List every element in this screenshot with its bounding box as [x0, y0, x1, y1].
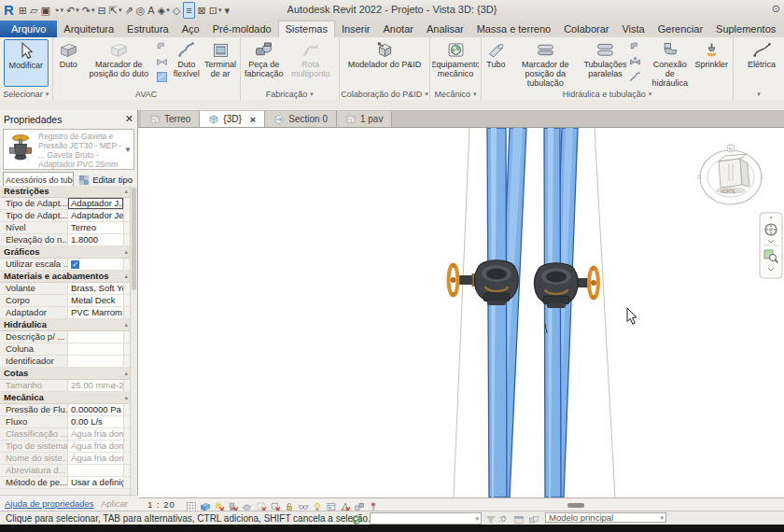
duct-button[interactable]: Duto	[55, 39, 82, 87]
navigation-bar[interactable]	[760, 213, 782, 278]
undo-icon[interactable]: ↶	[66, 3, 75, 18]
chevron-down-icon[interactable]: ▼	[124, 130, 133, 169]
property-value[interactable]: Brass, Soft Ye...	[67, 283, 123, 294]
ribbon-tab-anotar[interactable]: Anotar	[377, 21, 420, 37]
horizontal-scrollbar-thumb[interactable]	[567, 503, 584, 508]
pipe-group-right[interactable]	[544, 128, 578, 497]
switch-windows-icon-caret[interactable]: ▾	[218, 7, 222, 14]
temp-view-properties-icon[interactable]	[326, 499, 337, 511]
duct-fitting-icon[interactable]	[155, 40, 169, 54]
plumbing-fixture-button[interactable]: Conexão de hidráulica	[648, 39, 692, 87]
revit-logo[interactable]: R	[4, 3, 14, 18]
property-value[interactable]: Usar a definiçã...	[67, 477, 123, 488]
hide-analytical-icon[interactable]	[340, 499, 351, 511]
steering-wheel-icon[interactable]	[765, 224, 777, 235]
ribbon-tab-vista[interactable]: Vista	[615, 21, 651, 37]
view-scale-button[interactable]: 1 : 20	[147, 499, 175, 510]
properties-scrollbar[interactable]	[130, 186, 137, 495]
panel-label-pid[interactable]: Colaboração do P&ID▾	[340, 88, 429, 100]
sprinkler-button[interactable]: Sprinkler	[692, 39, 731, 87]
gate-valve-left[interactable]	[449, 260, 519, 305]
modify-button[interactable]: Modificar	[4, 39, 49, 87]
gate-valve-right[interactable]	[534, 263, 598, 308]
sun-path-icon[interactable]	[214, 499, 225, 511]
view-cube[interactable]: N O L NORTE	[697, 145, 763, 204]
design-options-combo[interactable]: Modelo principal ▾	[545, 512, 666, 523]
property-section-restri-es[interactable]: Restrições▴	[0, 186, 132, 198]
panel-label-mecanico[interactable]: Mecânico▾	[430, 88, 481, 100]
thin-lines-icon[interactable]: ≡	[183, 2, 194, 19]
section-icon[interactable]: ◇	[173, 3, 180, 18]
ribbon-tab-a-o[interactable]: Aço	[175, 21, 206, 37]
property-value[interactable]: Adaptador Jet ...	[67, 210, 123, 221]
measure-icon[interactable]: ⇱	[109, 3, 118, 18]
reveal-constraints-icon[interactable]	[368, 499, 379, 511]
reference-line-right[interactable]	[595, 128, 615, 497]
crop-view-icon[interactable]	[256, 499, 267, 511]
redo-icon[interactable]: ↷	[82, 3, 91, 18]
property-value[interactable]: Água fria domé...	[67, 428, 123, 440]
fabrication-part-button[interactable]: Peça de fabricação	[243, 39, 286, 87]
property-value[interactable]: Metal Deck	[67, 295, 123, 306]
ribbon-tab-estrutura[interactable]: Estrutura	[120, 21, 175, 37]
view-tab-1-pav[interactable]: 1 pav	[337, 111, 392, 127]
ribbon-tab-colaborar[interactable]: Colaborar	[557, 21, 615, 37]
pipe-accessory-icon[interactable]	[628, 55, 642, 69]
properties-help-link[interactable]: Ajuda de propriedades	[5, 498, 94, 509]
parallel-pipes-button[interactable]: Tubulações paralelas	[582, 39, 628, 87]
apply-button[interactable]: Aplicar	[95, 498, 133, 509]
air-terminal-button[interactable]: Terminal de ar	[203, 39, 237, 87]
property-section-materiais-e-acabamentos[interactable]: Materiais e acabamentos▴	[0, 271, 132, 283]
property-value[interactable]: 1.8000	[67, 234, 123, 245]
tag-icon[interactable]: ◎	[136, 3, 146, 18]
open-icon[interactable]: ▱	[30, 3, 37, 18]
sync-icon[interactable]: ◔	[53, 3, 60, 18]
convert-flex-duct-icon[interactable]	[155, 70, 169, 84]
measure-icon-caret[interactable]: ▾	[119, 7, 122, 14]
close-inactive-icon[interactable]: ⊠	[198, 3, 206, 18]
account-icon[interactable]: ⊙	[772, 3, 780, 15]
duct-placeholder-button[interactable]: Marcador de posição do duto	[82, 39, 155, 87]
ribbon-tab-arquivo[interactable]: Arquivo	[0, 21, 57, 37]
text-icon[interactable]: A	[147, 3, 154, 18]
view-tab-terreo[interactable]: Terreo	[141, 111, 200, 127]
property-value[interactable]	[67, 356, 123, 367]
property-value[interactable]: Água fria domé...	[67, 441, 123, 452]
wire-button[interactable]: Elétrica	[741, 39, 782, 87]
mechanical-equipment-button[interactable]: Equipamento mecânico	[432, 39, 479, 87]
duct-accessory-icon[interactable]	[155, 55, 169, 69]
pid-modeler-button[interactable]: Modelador do P&ID	[343, 39, 427, 87]
pipe-button[interactable]: Tubo	[483, 39, 509, 87]
property-value[interactable]	[67, 343, 123, 355]
pipe-fitting-icon[interactable]	[628, 40, 642, 54]
close-icon[interactable]: ✕	[125, 113, 133, 125]
ribbon-tab-analisar[interactable]: Analisar	[420, 21, 470, 37]
property-value[interactable]: Adaptador J...	[67, 198, 123, 209]
panel-label-selecionar[interactable]: Selecionar▾	[0, 88, 52, 100]
reference-line-left[interactable]	[454, 128, 469, 497]
ribbon-tab-massa-e-terreno[interactable]: Massa e terreno	[470, 21, 557, 37]
ribbon-tab-sistemas[interactable]: Sistemas	[278, 21, 335, 37]
panel-label-avac[interactable]: AVAC	[53, 88, 240, 100]
sync-icon-caret[interactable]: ▾	[61, 7, 64, 14]
ribbon-tab-pr-moldado[interactable]: Pré-moldado	[206, 21, 278, 37]
property-value[interactable]: Terreo	[67, 222, 123, 233]
aligned-dimension-icon[interactable]: ⇗	[125, 3, 133, 18]
scrollbar-thumb[interactable]	[132, 188, 136, 290]
hide-isolate-icon[interactable]	[298, 499, 309, 511]
customize-qat-icon[interactable]: ▾	[225, 3, 231, 18]
new-window-icon[interactable]: ⊞	[19, 3, 27, 18]
reveal-hidden-icon[interactable]	[312, 499, 323, 511]
property-value[interactable]: Água fria domé...	[67, 453, 123, 464]
panel-launcher-icon[interactable]: ▾	[649, 91, 652, 98]
property-value[interactable]: PVC Marrom	[67, 307, 123, 318]
ribbon-tab-arquitetura[interactable]: Arquitetura	[57, 21, 120, 37]
undo-icon-caret[interactable]: ▾	[76, 7, 79, 14]
property-value[interactable]: 0.000000 Pa	[67, 404, 123, 415]
visual-style-icon[interactable]	[200, 499, 211, 511]
panel-label-fabricacao[interactable]: Fabricação▾	[241, 88, 339, 100]
default-3d-view-icon[interactable]: ◈	[158, 3, 165, 18]
property-value[interactable]: ✓	[67, 259, 123, 270]
selection-filter-icon[interactable]	[485, 512, 497, 524]
view-tab-section-0[interactable]: Section 0	[265, 111, 337, 127]
